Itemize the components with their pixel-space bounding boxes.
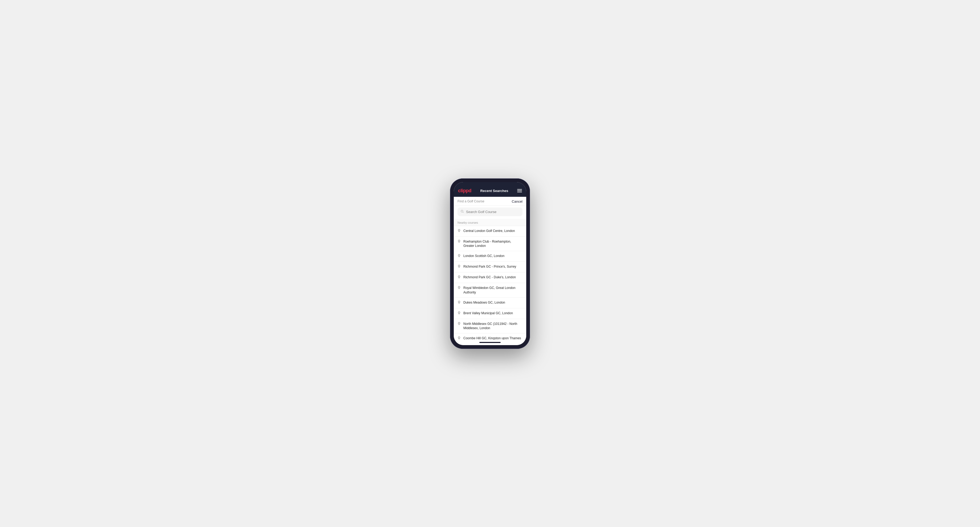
location-pin-icon [458,286,461,291]
home-indicator [454,340,526,345]
search-icon [461,210,464,214]
list-item[interactable]: Royal Wimbledon GC, Great London Authori… [454,283,526,298]
phone-frame: clippd Recent Searches Find a Golf Cours… [450,178,530,349]
course-list: Central London Golf Centre, London Roeha… [454,226,526,340]
list-item[interactable]: Richmond Park GC - Prince's, Surrey [454,262,526,272]
nearby-label: Nearby courses [454,219,526,226]
list-item[interactable]: Coombe Hill GC, Kingston upon Thames [454,333,526,340]
location-pin-icon [458,301,461,305]
location-pin-icon [458,275,461,280]
list-item[interactable]: North Middlesex GC (1011942 - North Midd… [454,319,526,334]
home-bar [479,342,501,343]
location-pin-icon [458,229,461,234]
search-input[interactable] [466,210,519,214]
nav-title: Recent Searches [480,189,508,193]
location-pin-icon [458,254,461,259]
list-item[interactable]: Dukes Meadows GC, London [454,298,526,308]
list-item[interactable]: Central London Golf Centre, London [454,226,526,237]
location-pin-icon [458,337,461,340]
location-pin-icon [458,240,461,244]
cancel-button[interactable]: Cancel [512,200,522,203]
find-golf-course-label: Find a Golf Course [458,200,484,203]
location-pin-icon [458,311,461,316]
course-name-label: Royal Wimbledon GC, Great London Authori… [463,286,522,295]
course-name-label: Central London Golf Centre, London [463,229,515,233]
course-name-label: Dukes Meadows GC, London [463,300,505,305]
list-item[interactable]: Richmond Park GC - Duke's, London [454,272,526,283]
course-name-label: Richmond Park GC - Prince's, Surrey [463,264,516,269]
course-name-label: Roehampton Club - Roehampton, Greater Lo… [463,240,522,248]
list-item[interactable]: Roehampton Club - Roehampton, Greater Lo… [454,237,526,251]
location-pin-icon [458,265,461,270]
course-name-label: Coombe Hill GC, Kingston upon Thames [463,336,521,340]
status-bar [454,182,526,185]
search-input-container [454,206,526,219]
course-name-label: Richmond Park GC - Duke's, London [463,275,516,279]
app-logo: clippd [458,188,471,194]
phone-screen: clippd Recent Searches Find a Golf Cours… [454,182,526,345]
course-name-label: London Scottish GC, London [463,254,504,258]
menu-icon[interactable] [517,189,522,192]
list-item[interactable]: Brent Valley Municipal GC, London [454,308,526,319]
course-name-label: Brent Valley Municipal GC, London [463,311,513,316]
search-header: Find a Golf Course Cancel [454,197,526,206]
course-name-label: North Middlesex GC (1011942 - North Midd… [463,322,522,331]
nearby-section: Nearby courses Central London Golf Centr… [454,219,526,340]
location-pin-icon [458,322,461,327]
nav-bar: clippd Recent Searches [454,185,526,197]
list-item[interactable]: London Scottish GC, London [454,251,526,262]
search-wrapper [458,208,522,216]
svg-line-1 [463,212,464,213]
